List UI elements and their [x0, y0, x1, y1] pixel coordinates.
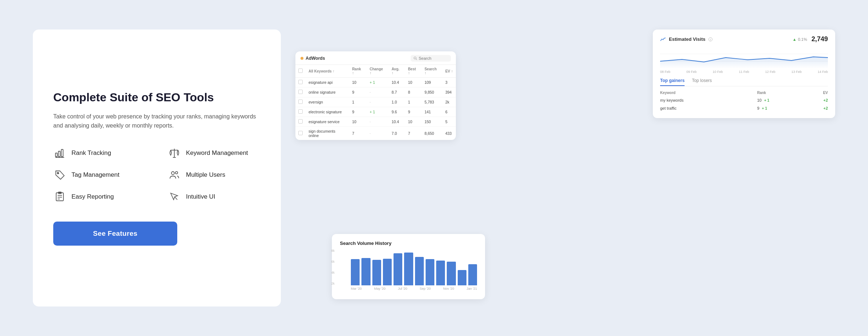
gainers-tabs: Top gainers Top losers [660, 78, 828, 86]
row-ev: 394 [442, 87, 456, 97]
keyword-management-label: Keyword Management [186, 149, 248, 157]
volume-bars [351, 249, 477, 285]
keywords-search[interactable] [411, 55, 451, 62]
see-features-button[interactable]: See Features [53, 222, 177, 246]
row-best: 10 [405, 78, 422, 87]
visits-count: 2,749 [811, 35, 828, 43]
row-rank: 10 [349, 117, 367, 127]
gainer-ev: +2 [808, 96, 828, 104]
row-search: 150 [422, 117, 442, 127]
change-percent: 0.1% [798, 37, 807, 42]
table-row: online signature 9 · 8.7 8 9,850 394 [295, 87, 456, 97]
table-row: esignature service 10 · 10.4 10 150 5 [295, 117, 456, 127]
row-keyword: eversign [306, 97, 349, 107]
volume-card: Search Volume History 8k 6k 4k 2k Mar '2… [332, 234, 485, 299]
row-best: 10 [405, 117, 422, 127]
visits-line-chart [660, 47, 828, 69]
cursor-icon [168, 190, 181, 203]
gh-ev: EV [808, 89, 828, 96]
change-direction-icon: ▲ [793, 37, 797, 42]
visits-chart-area [660, 47, 828, 70]
gainer-keyword: get traffic [660, 104, 757, 112]
tag-icon [53, 168, 66, 181]
row-keyword: sign documents online [306, 127, 349, 140]
row-ev: 433 [442, 127, 456, 140]
table-row: my keywords 10 + 1 +2 [660, 96, 828, 104]
row-change: + 1 [367, 107, 388, 117]
visits-x-axis: 08 Feb 09 Feb 10 Feb 11 Feb 12 Feb 13 Fe… [660, 70, 828, 74]
svg-rect-0 [55, 153, 57, 157]
intuitive-ui-label: Intuitive UI [186, 193, 215, 200]
gainer-rank: 9 + 1 [757, 104, 808, 112]
users-icon [168, 168, 181, 181]
svg-rect-2 [61, 149, 63, 157]
gh-keyword: Keyword [660, 89, 757, 96]
volume-bar [426, 259, 434, 285]
row-best: 9 [405, 107, 422, 117]
row-keyword: online signature [306, 87, 349, 97]
col-search: Search ↑ [422, 65, 442, 78]
report-icon [53, 190, 66, 203]
tab-top-gainers[interactable]: Top gainers [660, 78, 685, 86]
visits-title-row: Estimated Visits i [660, 36, 713, 42]
search-icon [414, 56, 417, 60]
adwords-title: AdWords [306, 56, 325, 61]
row-search: 109 [422, 78, 442, 87]
card-description: Take control of your web presence by tra… [53, 112, 257, 130]
table-row: eversign 1 · 1.0 1 5,783 2k [295, 97, 456, 107]
svg-rect-1 [58, 151, 60, 157]
row-avg: 10.4 [389, 117, 405, 127]
row-check [295, 97, 306, 107]
col-checkbox [295, 65, 306, 78]
svg-point-6 [57, 172, 59, 174]
row-keyword: esignature service [306, 117, 349, 127]
volume-bar [436, 261, 445, 285]
row-check [295, 87, 306, 97]
row-search: 5,783 [422, 97, 442, 107]
row-change: · [367, 117, 388, 127]
row-ev: 3 [442, 78, 456, 87]
row-ev: 5 [442, 117, 456, 127]
svg-rect-9 [56, 193, 63, 201]
feature-rank-tracking: Rank Tracking [53, 146, 146, 160]
row-change: · [367, 127, 388, 140]
gh-rank: Rank [757, 89, 808, 96]
volume-bar [361, 258, 370, 285]
row-ev: 6 [442, 107, 456, 117]
row-best: 1 [405, 97, 422, 107]
keywords-table: All Keywords ↑ Rank ↑ Change ↑ Avg. ↑ Be… [295, 65, 456, 140]
col-keyword: All Keywords ↑ [306, 65, 349, 78]
row-avg: 10.4 [389, 78, 405, 87]
svg-point-7 [171, 172, 174, 175]
table-row: electronic signature 9 + 1 9.6 9 141 6 [295, 107, 456, 117]
row-avg: 7.0 [389, 127, 405, 140]
row-keyword: electronic signature [306, 107, 349, 117]
volume-bar [404, 253, 413, 285]
tag-management-label: Tag Management [71, 171, 119, 179]
scales-icon [168, 146, 181, 160]
row-avg: 1.0 [389, 97, 405, 107]
row-rank: 10 [349, 78, 367, 87]
feature-intuitive-ui: Intuitive UI [168, 190, 260, 203]
col-avg: Avg. ↑ [389, 65, 405, 78]
keywords-card: AdWords All Keywords ↑ Rank ↑ C [295, 51, 456, 140]
row-check [295, 107, 306, 117]
row-best: 7 [405, 127, 422, 140]
info-icon: i [708, 37, 713, 42]
row-rank: 1 [349, 97, 367, 107]
row-check [295, 117, 306, 127]
row-change: · [367, 87, 388, 97]
volume-bar [415, 257, 424, 285]
row-best: 8 [405, 87, 422, 97]
gainer-rank: 10 + 1 [757, 96, 808, 104]
volume-y-labels: 8k 6k 4k 2k [331, 249, 335, 285]
visits-card: Estimated Visits i ▲ 0.1% 2,749 [653, 30, 835, 118]
tab-top-losers[interactable]: Top losers [692, 78, 712, 86]
visits-change-badge: ▲ 0.1% [793, 37, 807, 42]
row-change: + 1 [367, 78, 388, 87]
row-rank: 9 [349, 107, 367, 117]
volume-title: Search Volume History [340, 241, 477, 246]
keywords-title-row: AdWords [301, 56, 325, 61]
left-card: Complete Suite of SEO Tools Take control… [33, 30, 281, 306]
search-input[interactable] [419, 56, 448, 60]
